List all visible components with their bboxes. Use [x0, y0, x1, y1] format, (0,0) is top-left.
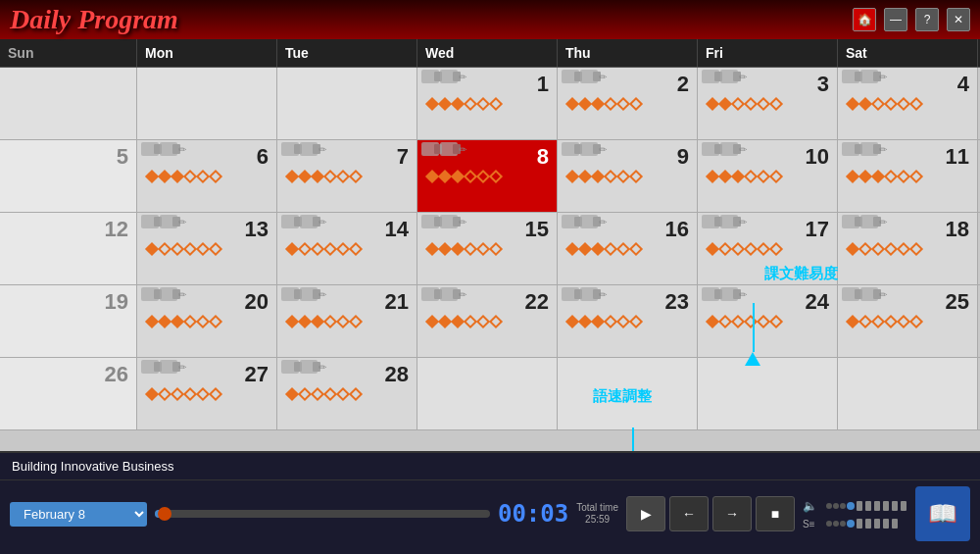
cell-icons-0-6: ✏	[842, 70, 954, 83]
book-button[interactable]: 📖	[915, 486, 970, 541]
header-sun: Sun	[0, 39, 137, 67]
cell-icon-0	[141, 287, 159, 301]
day-number: 4	[957, 70, 973, 95]
diamond-5	[349, 315, 363, 328]
cell-icons-1-6: ✏	[842, 142, 942, 156]
cal-cell-4-3	[417, 358, 558, 429]
cell-icon-1	[580, 142, 598, 156]
cal-cell-3-2[interactable]: ✏21	[277, 285, 417, 357]
cal-week-0: ✏1✏2✏3✏4	[0, 68, 980, 140]
cell-icon-1	[160, 142, 177, 156]
diamonds-row	[281, 168, 413, 185]
app-title: Daily Program	[10, 4, 178, 35]
diamonds-row	[702, 240, 833, 258]
diamond-5	[489, 170, 503, 183]
play-button[interactable]: ▶	[626, 496, 665, 531]
prev-button[interactable]: ←	[669, 496, 709, 531]
day-number: 2	[677, 70, 693, 95]
home-button[interactable]: 🏠	[853, 8, 876, 31]
cal-week-4: 26✏27✏28	[0, 358, 980, 430]
cal-cell-2-2[interactable]: ✏14	[277, 213, 417, 284]
cell-icons-0-5: ✏	[702, 70, 813, 83]
cal-cell-1-2[interactable]: ✏7	[277, 140, 417, 212]
minimize-button[interactable]: —	[884, 8, 907, 31]
cal-cell-0-5[interactable]: ✏3	[698, 68, 838, 139]
cell-icon-0	[281, 287, 299, 301]
help-button[interactable]: ?	[915, 8, 939, 31]
cell-icons-3-3: ✏	[421, 287, 521, 301]
bottom-bar: Building Innovative Business February 8 …	[0, 451, 980, 554]
cal-cell-3-0[interactable]: 19	[0, 285, 137, 357]
volume-slider[interactable]	[826, 501, 907, 511]
next-button[interactable]: →	[712, 496, 752, 531]
progress-bar[interactable]	[155, 510, 490, 518]
day-number: 19	[105, 287, 132, 313]
cell-icons-3-6: ✏	[842, 287, 942, 301]
date-selector[interactable]: February 8	[10, 502, 147, 527]
day-number: 7	[397, 142, 413, 168]
cell-icon-0	[702, 287, 719, 301]
cal-cell-0-6[interactable]: ✏4	[838, 68, 978, 139]
cal-cell-4-2[interactable]: ✏28	[277, 358, 417, 429]
cell-icons-2-1: ✏	[141, 215, 241, 228]
diamond-5	[909, 315, 923, 328]
cal-cell-2-1[interactable]: ✏13	[137, 213, 277, 284]
cell-icon-0	[421, 215, 439, 228]
stop-button[interactable]: ■	[756, 496, 795, 531]
cal-cell-4-0[interactable]: 26	[0, 358, 137, 429]
diamonds-row	[562, 240, 693, 258]
diamonds-row	[281, 240, 413, 258]
day-number: 3	[817, 70, 833, 95]
diamond-5	[769, 242, 783, 256]
cell-icon-1	[300, 142, 318, 156]
cal-week-2: 12✏13✏14✏15✏16✏17✏18	[0, 213, 980, 285]
diamond-5	[489, 242, 503, 256]
header-fri: Fri	[698, 39, 838, 67]
cal-cell-2-3[interactable]: ✏15	[417, 213, 558, 284]
diamond-5	[769, 170, 783, 183]
cell-icons-2-6: ✏	[842, 215, 942, 228]
cal-cell-2-6[interactable]: ✏18	[838, 213, 978, 284]
cal-cell-3-6[interactable]: ✏25	[838, 285, 978, 357]
cell-icon-0	[141, 360, 159, 374]
cal-cell-2-0[interactable]: 12	[0, 213, 137, 284]
cell-icons-1-2: ✏	[281, 142, 393, 156]
cell-icons-2-2: ✏	[281, 215, 381, 228]
cal-cell-1-5[interactable]: ✏10	[698, 140, 838, 212]
cal-cell-3-3[interactable]: ✏22	[417, 285, 558, 357]
day-number: 6	[257, 142, 272, 168]
cal-cell-3-4[interactable]: ✏23	[558, 285, 698, 357]
cell-icon-1	[440, 287, 458, 301]
header-thu: Thu	[558, 39, 698, 67]
cal-cell-4-1[interactable]: ✏27	[137, 358, 277, 429]
cell-icon-1	[440, 70, 458, 83]
cell-icons-3-2: ✏	[281, 287, 381, 301]
cell-icon-0	[421, 70, 439, 83]
cal-cell-1-4[interactable]: ✏9	[558, 140, 698, 212]
cell-icon-1	[860, 215, 878, 228]
diamonds-row	[562, 313, 693, 330]
speed-slider[interactable]	[826, 519, 899, 529]
cell-icons-1-1: ✏	[141, 142, 253, 156]
cal-cell-1-3[interactable]: ✏8	[417, 140, 558, 212]
speed-annotation: 語速調整	[583, 387, 642, 459]
day-number: 10	[806, 142, 833, 168]
close-button[interactable]: ✕	[947, 8, 970, 31]
cal-cell-3-1[interactable]: ✏20	[137, 285, 277, 357]
cell-icon-0	[562, 287, 579, 301]
cal-cell-1-6[interactable]: ✏11	[838, 140, 978, 212]
cell-icon-0	[562, 215, 579, 228]
speed-icon: S≡	[803, 519, 822, 529]
cal-cell-1-1[interactable]: ✏6	[137, 140, 277, 212]
cal-cell-0-2	[277, 68, 417, 139]
cal-cell-2-4[interactable]: ✏16	[558, 213, 698, 284]
diamonds-row	[141, 168, 272, 185]
cell-icon-1	[860, 70, 878, 83]
cal-cell-0-4[interactable]: ✏2	[558, 68, 698, 139]
difficulty-annotation: 課文難易度	[735, 265, 808, 346]
diamonds-row	[421, 168, 553, 185]
cell-icons-2-3: ✏	[421, 215, 521, 228]
header-mon: Mon	[137, 39, 277, 67]
cal-cell-1-0[interactable]: 5	[0, 140, 137, 212]
cal-cell-0-3[interactable]: ✏1	[417, 68, 558, 139]
